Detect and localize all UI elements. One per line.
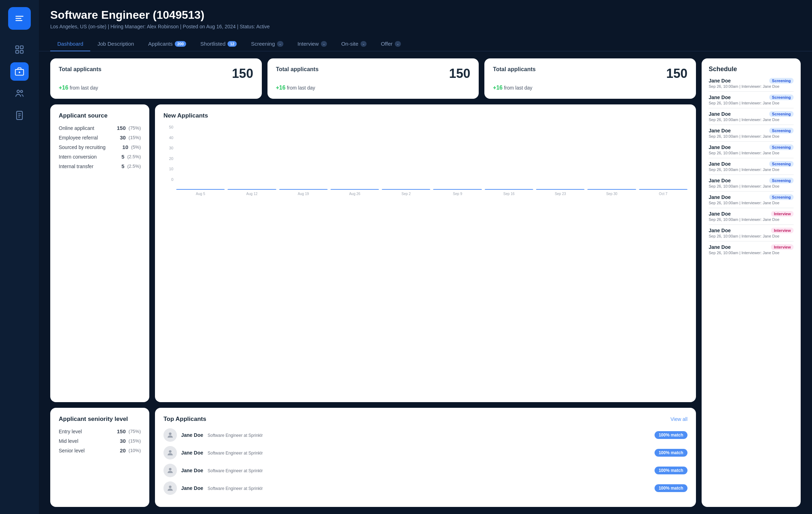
schedule-divider-8 [709, 224, 794, 225]
stat-card-0-header: Total applicants 150 [59, 66, 253, 81]
schedule-item-1: Jane Doe Screening Sep 26, 10:00am | Int… [709, 95, 794, 105]
bar-2 [279, 189, 328, 190]
svg-rect-2 [20, 46, 23, 49]
applicant-source-card: Applicant source Online applicant 150 (7… [50, 104, 149, 402]
schedule-item-3: Jane Doe Screening Sep 26, 10:00am | Int… [709, 128, 794, 138]
schedule-meta-6: Sep 26, 10:00am | Interviewer: Jane Doe [709, 184, 794, 188]
x-label-0: Aug 5 [176, 192, 225, 196]
schedule-name-0: Jane Doe [709, 78, 731, 84]
schedule-item-2: Jane Doe Screening Sep 26, 10:00am | Int… [709, 111, 794, 122]
sidebar [0, 0, 39, 514]
interview-badge: - [321, 41, 327, 47]
schedule-meta-2: Sep 26, 10:00am | Interviewer: Jane Doe [709, 118, 794, 122]
schedule-item-6: Jane Doe Screening Sep 26, 10:00am | Int… [709, 178, 794, 188]
schedule-items: Jane Doe Screening Sep 26, 10:00am | Int… [709, 78, 794, 255]
schedule-badge-4: Screening [769, 144, 794, 150]
bar-col-9 [639, 189, 687, 190]
schedule-divider-2 [709, 125, 794, 125]
schedule-item-5: Jane Doe Screening Sep 26, 10:00am | Int… [709, 161, 794, 172]
x-label-3: Aug 26 [330, 192, 379, 196]
stat-cards-row: Total applicants 150 +16 from last day T… [50, 58, 696, 99]
stat-card-1-header: Total applicants 150 [276, 66, 471, 81]
applicant-row-0: Jane Doe Software Engineer at Sprinklr 1… [163, 428, 687, 442]
schedule-name-9: Jane Doe [709, 228, 731, 233]
page-title: Software Engineer (1049513) [50, 8, 801, 22]
applicant-info-3: Jane Doe Software Engineer at Sprinklr [181, 485, 650, 491]
sidebar-item-grid[interactable] [10, 40, 29, 59]
x-label-4: Sep 2 [382, 192, 430, 196]
applicant-avatar-1 [163, 446, 177, 459]
tab-applicants[interactable]: Applicants 200 [141, 36, 194, 51]
match-badge-0: 100% match [655, 431, 687, 439]
schedule-meta-5: Sep 26, 10:00am | Interviewer: Jane Doe [709, 167, 794, 172]
content-left: Total applicants 150 +16 from last day T… [50, 58, 696, 507]
offer-badge: - [395, 41, 401, 47]
sidebar-item-reports[interactable] [10, 106, 29, 125]
bar-9 [639, 189, 687, 190]
bar-6 [485, 189, 533, 190]
bar-col-4 [382, 189, 430, 190]
schedule-badge-6: Screening [769, 178, 794, 183]
bar-col-2 [279, 189, 328, 190]
svg-rect-1 [16, 46, 19, 49]
seniority-row-0: Entry level 150 (75%) [59, 428, 141, 434]
tab-screening[interactable]: Screening - [244, 36, 290, 51]
svg-point-9 [21, 90, 23, 92]
svg-rect-3 [16, 50, 19, 53]
bar-1 [228, 189, 276, 190]
sidebar-item-people[interactable] [10, 84, 29, 103]
schedule-name-5: Jane Doe [709, 161, 731, 167]
svg-point-8 [17, 90, 19, 93]
schedule-badge-8: Interview [771, 211, 794, 217]
bar-col-6 [485, 189, 533, 190]
bar-col-5 [433, 189, 482, 190]
source-row-1: Employee referral 30 (15%) [59, 135, 141, 141]
x-label-9: Oct 7 [639, 192, 687, 196]
schedule-name-1: Jane Doe [709, 95, 731, 100]
tab-onsite[interactable]: On-site - [334, 36, 374, 51]
applicant-info-2: Jane Doe Software Engineer at Sprinklr [181, 467, 650, 474]
schedule-item-10: Jane Doe Interview Sep 26, 10:00am | Int… [709, 244, 794, 255]
applicant-row-2: Jane Doe Software Engineer at Sprinklr 1… [163, 464, 687, 477]
schedule-meta-1: Sep 26, 10:00am | Interviewer: Jane Doe [709, 101, 794, 105]
chart-y-axis: 0 10 20 30 40 50 [163, 125, 173, 182]
source-row-4: Internal transfer 5 (2.5%) [59, 163, 141, 169]
stat-card-1-delta: +16 from last day [276, 85, 471, 91]
schedule-name-10: Jane Doe [709, 244, 731, 250]
dashboard-content: Total applicants 150 +16 from last day T… [39, 51, 812, 514]
tab-job-description[interactable]: Job Description [90, 36, 141, 51]
x-label-6: Sep 16 [485, 192, 533, 196]
bar-3 [330, 189, 379, 190]
svg-point-15 [169, 450, 171, 453]
tab-dashboard[interactable]: Dashboard [50, 36, 90, 51]
bar-0 [176, 189, 225, 190]
sidebar-item-jobs[interactable] [10, 62, 29, 81]
schedule-divider-6 [709, 191, 794, 192]
tab-interview[interactable]: Interview - [290, 36, 334, 51]
chart-area: 0 10 20 30 40 50 Aug 5Aug 12Aug 19Aug 26… [163, 125, 687, 196]
schedule-name-2: Jane Doe [709, 111, 731, 117]
schedule-divider-1 [709, 108, 794, 108]
applicant-avatar-0 [163, 428, 177, 442]
schedule-name-7: Jane Doe [709, 194, 731, 200]
schedule-divider-0 [709, 91, 794, 92]
seniority-row-2: Senior level 20 (10%) [59, 447, 141, 453]
x-label-2: Aug 19 [279, 192, 328, 196]
top-applicants-header: Top Applicants View all [163, 416, 687, 423]
seniority-card: Applicant seniority level Entry level 15… [50, 408, 149, 507]
schedule-divider-5 [709, 175, 794, 175]
schedule-badge-5: Screening [769, 161, 794, 167]
logo-icon [13, 12, 26, 25]
bar-8 [587, 189, 636, 190]
schedule-meta-8: Sep 26, 10:00am | Interviewer: Jane Doe [709, 217, 794, 222]
tab-shortlisted[interactable]: Shortlisted 12 [193, 36, 244, 51]
view-all-button[interactable]: View all [670, 416, 687, 422]
applicant-info-0: Jane Doe Software Engineer at Sprinklr [181, 432, 650, 438]
stat-card-0: Total applicants 150 +16 from last day [50, 58, 262, 99]
stat-card-1: Total applicants 150 +16 from last day [267, 58, 479, 99]
schedule-meta-4: Sep 26, 10:00am | Interviewer: Jane Doe [709, 151, 794, 155]
header: Software Engineer (1049513) Los Angeles,… [39, 0, 812, 29]
schedule-badge-0: Screening [769, 78, 794, 84]
schedule-divider-3 [709, 141, 794, 142]
tab-offer[interactable]: Offer - [374, 36, 408, 51]
